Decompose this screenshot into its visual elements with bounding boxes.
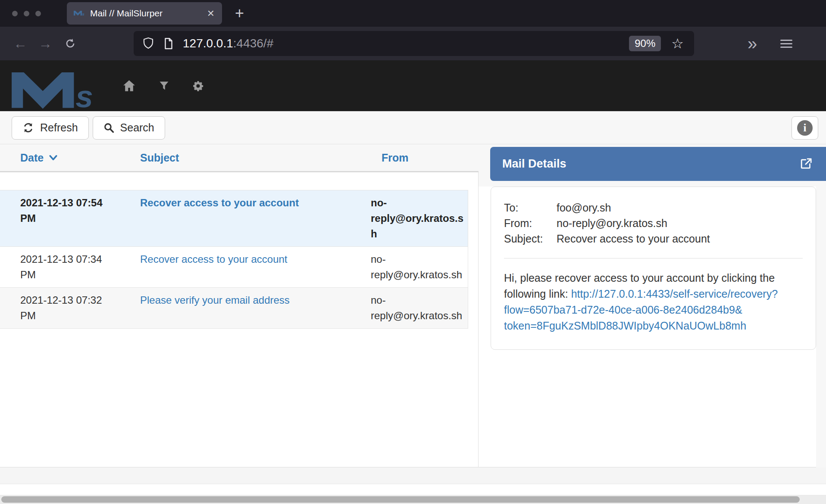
mail-body-text: Hi, please recover access to your accoun…	[504, 270, 803, 334]
forward-button[interactable]: →	[33, 36, 58, 51]
page-info-icon[interactable]	[162, 37, 175, 50]
mail-date: 2021-12-13 07:32 PM	[0, 292, 114, 324]
horizontal-scrollbar-thumb[interactable]	[1, 496, 800, 503]
open-external-icon[interactable]	[799, 157, 813, 171]
refresh-label: Refresh	[40, 121, 78, 134]
filter-icon[interactable]	[159, 81, 169, 91]
mail-list-row[interactable]: 2021-12-13 07:54 PM Recover access to yo…	[0, 190, 468, 247]
mail-from: no-reply@ory.kratos.sh	[366, 292, 468, 324]
browser-tab[interactable]: s Mail // MailSlurper ×	[67, 2, 222, 25]
main-content: Date Subject From 2021-12-13 07:54 PM Re…	[0, 144, 826, 467]
svg-text:s: s	[75, 79, 93, 111]
gear-icon[interactable]	[192, 80, 204, 92]
shield-icon[interactable]	[141, 37, 155, 50]
mail-list-pane: Date Subject From 2021-12-13 07:54 PM Re…	[0, 144, 479, 467]
new-tab-button[interactable]: +	[232, 5, 247, 22]
mail-from: no-reply@ory.kratos.sh	[366, 195, 468, 242]
mailslurper-favicon-icon: s	[74, 10, 85, 16]
browser-tab-bar: s Mail // MailSlurper × +	[0, 0, 826, 27]
mail-list-header: Date Subject From	[0, 144, 479, 172]
footer-band	[0, 484, 826, 495]
meta-row-to: To: foo@ory.sh	[504, 200, 803, 215]
mail-list-row[interactable]: 2021-12-13 07:32 PM Please verify your e…	[0, 288, 468, 329]
tab-title: Mail // MailSlurper	[90, 8, 206, 19]
zoom-level-badge[interactable]: 90%	[629, 36, 661, 51]
mail-date: 2021-12-13 07:34 PM	[0, 252, 114, 283]
refresh-icon	[22, 122, 34, 134]
info-icon: i	[797, 120, 813, 136]
bookmark-star-icon[interactable]: ☆	[669, 36, 686, 51]
info-button[interactable]: i	[792, 116, 818, 140]
to-value: foo@ory.sh	[557, 200, 611, 215]
search-button[interactable]: Search	[93, 116, 165, 140]
mail-details-title: Mail Details	[502, 157, 799, 171]
horizontal-scrollbar	[0, 495, 826, 504]
sort-descending-icon	[49, 154, 58, 161]
action-bar: Refresh Search i	[0, 111, 826, 144]
mail-details-pane: Mail Details To: foo@ory.sh From: no-rep…	[479, 144, 826, 467]
home-icon[interactable]	[122, 80, 136, 92]
column-header-date[interactable]: Date	[0, 152, 114, 164]
svg-text:s: s	[82, 12, 85, 16]
column-header-from: From	[376, 152, 479, 164]
url-bar[interactable]: 127.0.0.1:4436/# 90% ☆	[134, 31, 694, 56]
mail-details-header: Mail Details	[490, 147, 826, 181]
from-value: no-reply@ory.kratos.sh	[557, 215, 667, 231]
mail-subject-link[interactable]: Recover access to your account	[114, 252, 366, 283]
mail-subject-link[interactable]: Please verify your email address	[114, 292, 366, 324]
mail-list-row[interactable]: 2021-12-13 07:34 PM Recover access to yo…	[0, 247, 468, 288]
reload-button[interactable]	[58, 37, 83, 50]
app-nav-icons	[122, 60, 204, 111]
url-host: 127.0.0.1	[183, 37, 233, 50]
mail-subject-link[interactable]: Recover access to your account	[114, 195, 366, 242]
mail-details-body: To: foo@ory.sh From: no-reply@ory.kratos…	[479, 187, 816, 467]
mail-from: no-reply@ory.kratos.sh	[366, 252, 468, 283]
hamburger-menu-icon[interactable]	[780, 37, 792, 50]
search-icon	[103, 122, 114, 133]
url-text[interactable]: 127.0.0.1:4436/#	[183, 37, 273, 50]
bottom-gap	[0, 467, 826, 484]
url-path: :4436/#	[233, 37, 273, 50]
app-header: s	[0, 60, 826, 111]
subject-value: Recover access to your account	[557, 231, 710, 246]
window-control-dot[interactable]	[24, 11, 29, 16]
window-control-dot[interactable]	[12, 11, 18, 16]
mail-list-body: 2021-12-13 07:54 PM Recover access to yo…	[0, 172, 479, 467]
from-label: From:	[504, 215, 557, 231]
mailslurper-logo: s	[10, 72, 98, 113]
mail-details-card: To: foo@ory.sh From: no-reply@ory.kratos…	[491, 187, 816, 350]
meta-row-subject: Subject: Recover access to your account	[504, 231, 803, 246]
tab-close-icon[interactable]: ×	[206, 7, 215, 19]
meta-row-from: From: no-reply@ory.kratos.sh	[504, 215, 803, 231]
browser-nav-bar: ← → 127.0.0.1:4436/# 90% ☆ »	[0, 27, 826, 60]
to-label: To:	[504, 200, 557, 215]
window-control-dot[interactable]	[35, 11, 41, 16]
mail-rows: 2021-12-13 07:54 PM Recover access to yo…	[0, 190, 468, 329]
back-button[interactable]: ←	[8, 36, 33, 51]
subject-label: Subject:	[504, 231, 557, 246]
column-date-label: Date	[20, 152, 44, 164]
window-controls[interactable]	[12, 11, 41, 16]
refresh-button[interactable]: Refresh	[12, 116, 89, 140]
mail-date: 2021-12-13 07:54 PM	[0, 195, 114, 242]
details-divider	[504, 258, 803, 258]
search-label: Search	[120, 121, 154, 134]
toolbar-overflow-icon[interactable]: »	[745, 34, 760, 53]
column-header-subject: Subject	[114, 152, 376, 164]
